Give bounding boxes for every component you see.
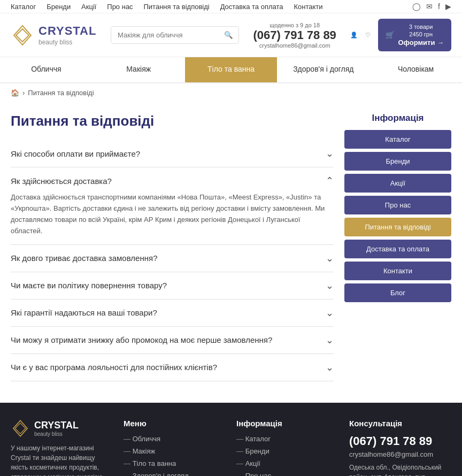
page-content: Питання та відповіді Які способи оплати … xyxy=(0,102,462,402)
footer-info-catalog[interactable]: Каталог xyxy=(236,435,271,443)
faq-question-6[interactable]: Чи є у вас програма лояльності для пості… xyxy=(11,362,334,373)
faq-question-5[interactable]: Чи можу я отримати знижку або промокод н… xyxy=(11,334,334,346)
sidebar-item-about[interactable]: Про нас xyxy=(344,196,451,214)
chevron-down-icon: ⌄ xyxy=(326,307,334,319)
footer-info-about[interactable]: Про нас xyxy=(236,472,271,476)
cart-checkout-label: Оформити → xyxy=(398,39,444,48)
faq-answer-1: Доставка здійснюється транспортними комп… xyxy=(11,192,334,236)
top-nav-faq[interactable]: Питання та відповіді xyxy=(144,3,210,11)
faq-question-text-1: Як здійснюється доставка? xyxy=(11,176,112,186)
footer-brand-name: CRYSTAL xyxy=(34,420,79,431)
cart-button[interactable]: 🛒 3 товари 2450 грн Оформити → xyxy=(378,19,451,51)
nav-men[interactable]: Чоловікам xyxy=(369,57,462,82)
social-icons: ◯ ✉ f ▶ xyxy=(412,2,451,11)
footer-info-list: Каталог Бренди Акції Про нас Питання та … xyxy=(236,434,338,476)
top-nav-brands[interactable]: Бренди xyxy=(47,3,71,11)
footer-info-col: Інформація Каталог Бренди Акції Про нас … xyxy=(236,419,338,476)
top-nav-catalog[interactable]: Каталог xyxy=(11,3,36,11)
user-icon: 👤 xyxy=(350,32,358,39)
footer-info-brands[interactable]: Бренди xyxy=(236,447,270,455)
faq-item: Чи маєте ви політику повернення товару? … xyxy=(11,272,334,300)
cart-total: 2450 грн xyxy=(398,30,444,38)
faq-item: Які способи оплати ви приймаєте? ⌄ xyxy=(11,140,334,167)
footer-info-title: Інформація xyxy=(236,419,338,428)
sidebar-item-promo[interactable]: Акції xyxy=(344,174,451,193)
footer-brand-col: CRYSTAL beauty bliss У нашому інтернет-м… xyxy=(11,419,113,476)
sidebar-item-contacts[interactable]: Контакти xyxy=(344,262,451,280)
footer-consult-col: Консультація (067) 791 78 89 crystalhome… xyxy=(349,419,451,476)
header-phone: (067) 791 78 89 xyxy=(253,28,336,42)
faq-item: Чи можу я отримати знижку або промокод н… xyxy=(11,327,334,354)
footer-menu-title: Меню xyxy=(124,419,226,428)
faq-question-3[interactable]: Чи маєте ви політику повернення товару? … xyxy=(11,280,334,291)
faq-question-text-4: Які гарантії надаються на ваші товари? xyxy=(11,308,157,317)
top-nav-about[interactable]: Про нас xyxy=(107,3,133,11)
chevron-down-icon: ⌄ xyxy=(326,334,334,346)
footer-menu-face[interactable]: Обличчя xyxy=(124,435,160,443)
footer-menu-body[interactable]: Тіло та ванна xyxy=(124,459,176,467)
search-bar[interactable]: 🔍 xyxy=(111,26,239,44)
sidebar-item-faq[interactable]: Питання та відповіді xyxy=(344,218,451,236)
telegram-icon[interactable]: ✉ xyxy=(426,2,433,11)
user-account-button[interactable]: 👤 xyxy=(350,32,358,39)
footer-menu-list: Обличчя Макіяж Тіло та ванна Здоров'я і … xyxy=(124,434,226,476)
footer-brand-tagline: beauty bliss xyxy=(34,431,79,437)
faq-question-text-3: Чи маєте ви політику повернення товару? xyxy=(11,281,167,290)
breadcrumb-separator: › xyxy=(22,89,25,97)
instagram-icon[interactable]: ◯ xyxy=(412,2,421,11)
footer-menu-col: Меню Обличчя Макіяж Тіло та ванна Здоров… xyxy=(124,419,226,476)
footer-description: У нашому інтернет-магазині Crystal ти зн… xyxy=(11,443,113,476)
nav-face[interactable]: Обличчя xyxy=(0,57,93,82)
sidebar-item-catalog[interactable]: Каталог xyxy=(344,130,451,149)
top-nav-promo[interactable]: Акції xyxy=(81,3,96,11)
top-nav-delivery[interactable]: Доставка та оплата xyxy=(220,3,283,11)
list-item: Макіяж xyxy=(124,447,226,455)
footer-phone: (067) 791 78 89 xyxy=(349,434,451,448)
list-item: Тіло та ванна xyxy=(124,459,226,467)
top-nav: Каталог Бренди Акції Про нас Питання та … xyxy=(11,2,332,11)
search-input[interactable] xyxy=(111,27,219,43)
facebook-icon[interactable]: f xyxy=(438,2,440,11)
sidebar-item-blog[interactable]: Блог xyxy=(344,283,451,302)
logo[interactable]: CRYSTAL beauty bliss xyxy=(11,24,96,47)
footer: CRYSTAL beauty bliss У нашому інтернет-м… xyxy=(0,403,462,476)
heart-icon: ♡ xyxy=(365,32,371,39)
footer-menu-health[interactable]: Здоров'я і догляд xyxy=(124,472,189,476)
sidebar: Інформація Каталог Бренди Акції Про нас … xyxy=(344,113,451,381)
sidebar-item-brands[interactable]: Бренди xyxy=(344,152,451,171)
footer-logo: CRYSTAL beauty bliss xyxy=(11,419,113,438)
sidebar-title: Інформація xyxy=(344,113,451,124)
faq-question-0[interactable]: Які способи оплати ви приймаєте? ⌄ xyxy=(11,148,334,159)
faq-question-2[interactable]: Як довго триває доставка замовлення? ⌄ xyxy=(11,252,334,264)
faq-item: Як довго триває доставка замовлення? ⌄ xyxy=(11,245,334,272)
page-title: Питання та відповіді xyxy=(11,113,334,129)
nav-makeup[interactable]: Макіяж xyxy=(93,57,185,82)
chevron-down-icon: ⌄ xyxy=(326,280,334,291)
nav-health[interactable]: Здоров'я і догляд xyxy=(277,57,369,82)
footer-info-promo[interactable]: Акції xyxy=(236,459,260,467)
list-item: Здоров'я і догляд xyxy=(124,471,226,476)
breadcrumb-home[interactable]: 🏠 xyxy=(11,89,19,97)
faq-question-1[interactable]: Як здійснюється доставка? ⌃ xyxy=(11,175,334,187)
footer-menu-makeup[interactable]: Макіяж xyxy=(124,447,155,455)
top-nav-contacts[interactable]: Контакти xyxy=(294,3,322,11)
chevron-up-icon: ⌃ xyxy=(326,175,334,187)
search-button[interactable]: 🔍 xyxy=(219,27,238,43)
list-item: Каталог xyxy=(236,434,338,443)
logo-text: CRYSTAL beauty bliss xyxy=(38,24,96,46)
faq-question-text-6: Чи є у вас програма лояльності для пості… xyxy=(11,363,217,372)
schedule-text: щоденно з 9 до 18 xyxy=(253,22,336,28)
breadcrumb: 🏠 › Питання та відповіді xyxy=(0,83,462,102)
faq-question-4[interactable]: Які гарантії надаються на ваші товари? ⌄ xyxy=(11,307,334,319)
tiktok-icon[interactable]: ▶ xyxy=(445,2,451,11)
cart-icon: 🛒 xyxy=(386,31,395,39)
footer-email: crystalhome86@gmail.com xyxy=(349,450,451,458)
list-item: Про нас xyxy=(236,471,338,476)
breadcrumb-current: Питання та відповіді xyxy=(28,89,94,97)
list-item: Акції xyxy=(236,459,338,467)
nav-body[interactable]: Тіло та ванна xyxy=(185,57,278,82)
brand-tagline: beauty bliss xyxy=(38,39,96,46)
wishlist-button[interactable]: ♡ xyxy=(365,32,371,39)
header-actions: 👤 ♡ 🛒 3 товари 2450 грн Оформити → xyxy=(350,19,451,51)
sidebar-item-delivery[interactable]: Доставка та оплата xyxy=(344,240,451,258)
